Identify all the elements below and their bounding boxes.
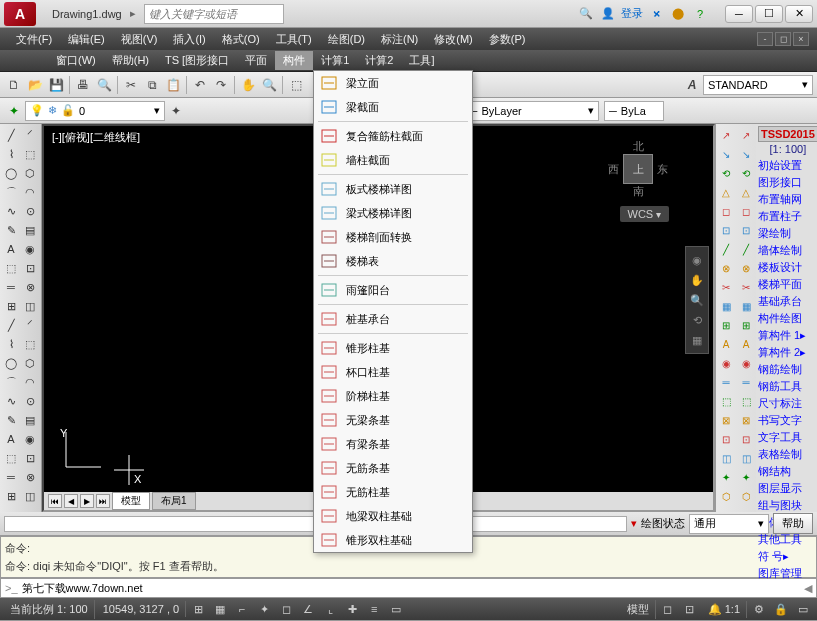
lwt-toggle-icon[interactable]: ≡ [364,600,384,618]
draw-tool-icon[interactable]: ⌇ [2,335,20,353]
tssd-link[interactable]: 布置柱子 [758,208,817,225]
modify-tool-icon[interactable]: ◫ [717,449,735,467]
modify-tool-icon[interactable]: ↘ [717,145,735,163]
menu-item-梁式楼梯详图[interactable]: 梁式楼梯详图 [314,201,472,225]
lock-icon[interactable]: 🔒 [771,600,791,618]
modify-tool-icon[interactable]: ✂ [717,278,735,296]
draw-tool-icon[interactable]: ⌇ [2,145,20,163]
modify-tool-icon[interactable]: ◉ [717,354,735,372]
tab-prev-icon[interactable]: ◀ [64,494,78,508]
layer-manager-icon[interactable]: ✦ [4,101,24,121]
draw-tool-icon[interactable]: A [2,240,20,258]
draw-tool-icon[interactable]: ⌒ [2,183,20,201]
modify-tool-icon[interactable]: ⊠ [737,411,755,429]
menu-item-无筋柱基[interactable]: 无筋柱基 [314,480,472,504]
menu-item-锥形双柱基础[interactable]: 锥形双柱基础 [314,528,472,552]
menu-item-桩基承台[interactable]: 桩基承台 [314,307,472,331]
dyn-toggle-icon[interactable]: ✚ [342,600,362,618]
osnap-toggle-icon[interactable]: ◻ [276,600,296,618]
save-icon[interactable]: 💾 [46,75,66,95]
draw-tool-icon[interactable]: ╱ [2,316,20,334]
info-icon[interactable]: ⬤ [669,5,687,23]
snap-toggle-icon[interactable]: ⊞ [188,600,208,618]
tab-first-icon[interactable]: ⏮ [48,494,62,508]
tpy-toggle-icon[interactable]: ▭ [386,600,406,618]
draw-tool-icon[interactable]: ⊗ [21,468,39,486]
menu-绘图(D)[interactable]: 绘图(D) [320,30,373,49]
draw-tool-icon[interactable]: ⬡ [21,354,39,372]
modify-tool-icon[interactable]: ▦ [737,297,755,315]
modify-tool-icon[interactable]: ╱ [717,240,735,258]
login-icon[interactable]: 👤 [599,5,617,23]
menu-item-复合箍筋柱截面[interactable]: 复合箍筋柱截面 [314,124,472,148]
viewcube-west[interactable]: 西 [608,162,619,177]
modify-tool-icon[interactable]: ▦ [717,297,735,315]
clean-screen-icon[interactable]: ▭ [793,600,813,618]
menu-工具][interactable]: 工具] [401,51,442,70]
modify-tool-icon[interactable]: ✂ [737,278,755,296]
modify-tool-icon[interactable]: ╱ [737,240,755,258]
nav-wheel-icon[interactable]: ◉ [688,251,706,269]
menu-item-楼梯剖面转换[interactable]: 楼梯剖面转换 [314,225,472,249]
search-input[interactable] [144,4,284,24]
draw-tool-icon[interactable]: ⌒ [2,373,20,391]
modify-tool-icon[interactable]: ⊡ [737,430,755,448]
paste-icon[interactable]: 📋 [163,75,183,95]
command-handle-icon[interactable]: ◀ [804,582,812,595]
mdi-close[interactable]: × [793,32,809,46]
help-button[interactable]: 帮助 [773,513,813,534]
modify-tool-icon[interactable]: ⊞ [737,316,755,334]
nav-pan-icon[interactable]: ✋ [688,271,706,289]
menu-item-阶梯柱基[interactable]: 阶梯柱基 [314,384,472,408]
cut-icon[interactable]: ✂ [121,75,141,95]
grid-toggle-icon[interactable]: ▦ [210,600,230,618]
zoom-icon[interactable]: 🔍 [259,75,279,95]
tssd-link[interactable]: 构件绘图 [758,310,817,327]
tssd-link[interactable]: 组与图块 [758,497,817,514]
tssd-link[interactable]: 楼梯平面 [758,276,817,293]
ducs-toggle-icon[interactable]: ⌞ [320,600,340,618]
tssd-link[interactable]: 尺寸标注 [758,395,817,412]
tssd-link[interactable]: 钢筋工具 [758,378,817,395]
draw-tool-icon[interactable]: ⊙ [21,202,39,220]
tssd-link[interactable]: 楼板设计 [758,259,817,276]
draw-tool-icon[interactable]: ◫ [21,487,39,505]
tssd-link[interactable]: 文字工具 [758,429,817,446]
tssd-link[interactable]: 钢结构 [758,463,817,480]
dropdown-arrow-icon[interactable]: ▸ [130,7,136,20]
menu-item-梁截面[interactable]: 梁截面 [314,95,472,119]
draw-tool-icon[interactable]: ⊡ [21,449,39,467]
close-button[interactable]: ✕ [785,5,813,23]
annotation-scale[interactable]: 🔔 1:1 [702,601,747,618]
modify-tool-icon[interactable]: A [717,335,735,353]
draw-tool-icon[interactable]: ⸍ [21,316,39,334]
draw-tool-icon[interactable]: ⸍ [21,126,39,144]
modify-tool-icon[interactable]: ◉ [737,354,755,372]
view-label[interactable]: [-][俯视][二维线框] [52,130,140,145]
help-icon[interactable]: ? [691,5,709,23]
draw-tool-icon[interactable]: ⊙ [21,392,39,410]
draw-tool-icon[interactable]: ▤ [21,411,39,429]
tab-last-icon[interactable]: ⏭ [96,494,110,508]
draw-tool-icon[interactable]: ⬚ [21,335,39,353]
draw-tool-icon[interactable]: ✎ [2,221,20,239]
menu-TS [图形接口[interactable]: TS [图形接口 [157,51,237,70]
mdi-minimize[interactable]: - [757,32,773,46]
modify-tool-icon[interactable]: ◻ [717,202,735,220]
exchange-icon[interactable]: 🗶 [647,5,665,23]
nav-zoom-icon[interactable]: 🔍 [688,291,706,309]
otrack-toggle-icon[interactable]: ∠ [298,600,318,618]
tool-icon[interactable]: ⬚ [286,75,306,95]
menu-文件(F)[interactable]: 文件(F) [8,30,60,49]
layer-combo[interactable]: 💡❄🔓0▾ [25,101,165,121]
login-link[interactable]: 登录 [621,6,643,21]
text-style-combo[interactable]: STANDARD▾ [703,75,813,95]
menu-窗口(W)[interactable]: 窗口(W) [48,51,104,70]
draw-tool-icon[interactable]: ═ [2,278,20,296]
textstyle-icon[interactable]: A [682,75,702,95]
menu-item-梁立面[interactable]: 梁立面 [314,71,472,95]
draw-tool-icon[interactable]: ◠ [21,183,39,201]
menu-修改(M)[interactable]: 修改(M) [426,30,481,49]
modify-tool-icon[interactable]: A [737,335,755,353]
draw-tool-icon[interactable]: ⬡ [21,164,39,182]
